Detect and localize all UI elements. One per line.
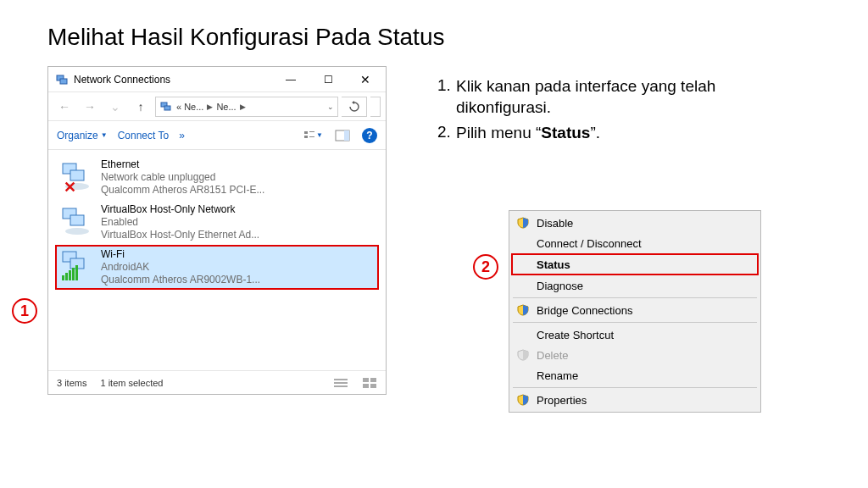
svg-rect-22: [72, 268, 75, 280]
shield-icon: [516, 216, 530, 230]
blank-icon: [516, 328, 530, 341]
forward-button[interactable]: →: [79, 96, 101, 118]
organize-button[interactable]: Organize ▼: [57, 130, 108, 141]
refresh-button[interactable]: [342, 97, 367, 117]
connect-to-label: Connect To: [118, 130, 170, 141]
step-number: 2.: [437, 123, 456, 144]
details-view-icon[interactable]: [333, 377, 348, 389]
menu-separator: [513, 387, 757, 388]
svg-rect-5: [304, 136, 308, 138]
menu-label: Properties: [537, 394, 750, 407]
step-text-before: Pilih menu “: [456, 124, 541, 141]
svg-rect-9: [344, 130, 349, 141]
connection-name: Wi-Fi: [101, 248, 260, 261]
menu-bridge-connections[interactable]: Bridge Connections: [511, 300, 759, 320]
connection-adapter: Qualcomm Atheros AR8151 PCI-E...: [101, 184, 264, 197]
menu-label: Bridge Connections: [537, 304, 750, 317]
menu-rename[interactable]: Rename: [511, 365, 759, 385]
shield-icon: [516, 348, 530, 362]
status-bar: 3 items 1 item selected: [48, 370, 386, 394]
callout-2: 2: [473, 254, 498, 280]
svg-rect-24: [334, 379, 348, 380]
menu-status[interactable]: Status: [511, 253, 759, 275]
connection-name: Ethernet: [101, 158, 264, 171]
maximize-button[interactable]: ☐: [309, 68, 347, 92]
menu-label: Rename: [537, 369, 750, 382]
chevron-down-icon: ▼: [101, 131, 108, 139]
chevron-down-icon[interactable]: ⌄: [327, 103, 334, 111]
svg-rect-25: [334, 382, 348, 384]
chevron-right-icon: ▶: [240, 103, 246, 111]
connection-name: VirtualBox Host-Only Network: [101, 203, 259, 216]
menu-label: Diagnose: [537, 280, 750, 292]
connection-adapter: VirtualBox Host-Only Ethernet Ad...: [101, 229, 259, 241]
blank-icon: [516, 279, 530, 292]
svg-rect-23: [75, 265, 78, 280]
large-icons-view-icon[interactable]: [362, 377, 377, 389]
up-button[interactable]: ↑: [130, 96, 152, 118]
address-bar[interactable]: « Ne... ▶ Ne... ▶ ⌄: [155, 97, 338, 117]
chevron-right-icon: ▶: [207, 103, 213, 111]
shield-icon: [516, 393, 530, 407]
menu-disable[interactable]: Disable: [511, 213, 759, 233]
menu-properties[interactable]: Properties: [511, 390, 759, 410]
svg-rect-19: [62, 275, 64, 280]
connection-item-wifi[interactable]: Wi-Fi AndroidAK Qualcomm Atheros AR9002W…: [55, 245, 379, 290]
menu-create-shortcut[interactable]: Create Shortcut: [511, 324, 759, 345]
minimize-button[interactable]: —: [272, 68, 309, 92]
chevron-down-icon: ▼: [316, 131, 323, 139]
connection-status: Enabled: [101, 216, 259, 229]
svg-rect-3: [164, 106, 170, 110]
shield-icon: [516, 303, 530, 317]
svg-point-16: [65, 228, 89, 235]
titlebar: Network Connections — ☐ ✕: [48, 67, 386, 92]
step-text-after: ”.: [590, 124, 600, 141]
preview-pane-button[interactable]: [333, 126, 352, 145]
svg-rect-26: [334, 385, 348, 387]
connection-adapter: Qualcomm Atheros AR9002WB-1...: [101, 274, 260, 286]
overflow-button[interactable]: »: [179, 130, 185, 141]
connection-status: Network cable unplugged: [101, 171, 264, 184]
vbox-icon: [58, 203, 94, 239]
svg-rect-28: [370, 378, 376, 382]
back-button[interactable]: ←: [53, 96, 75, 118]
menu-connect-disconnect[interactable]: Connect / Disconnect: [511, 233, 759, 253]
breadcrumb-item[interactable]: Ne...: [216, 102, 236, 112]
menu-diagnose[interactable]: Diagnose: [511, 275, 759, 296]
search-box[interactable]: [370, 97, 381, 117]
close-button[interactable]: ✕: [347, 68, 384, 92]
step-text-bold: Status: [541, 124, 590, 141]
network-icon: [159, 100, 173, 114]
callout-1: 1: [12, 298, 37, 324]
svg-rect-20: [65, 273, 68, 280]
svg-rect-30: [370, 384, 376, 388]
breadcrumb-item[interactable]: « Ne...: [176, 102, 203, 112]
step-text: Klik kanan pada interface yang telah dik…: [456, 77, 715, 116]
step-number: 1.: [437, 76, 456, 118]
blank-icon: [516, 258, 530, 271]
help-button[interactable]: ?: [362, 128, 377, 143]
blank-icon: [516, 369, 530, 382]
context-menu: Disable Connect / Disconnect Status Diag…: [509, 210, 761, 413]
recent-dropdown[interactable]: ⌄: [104, 96, 126, 118]
window-title: Network Connections: [74, 74, 272, 86]
menu-label: Status: [537, 258, 750, 271]
connection-list: ✕ Ethernet Network cable unplugged Qualc…: [48, 150, 386, 370]
svg-rect-1: [60, 79, 67, 84]
menu-label: Connect / Disconnect: [537, 237, 750, 250]
svg-rect-27: [363, 378, 369, 382]
svg-text:✕: ✕: [64, 179, 76, 194]
network-connections-window: Network Connections — ☐ ✕ ← → ⌄ ↑ « Ne..…: [47, 66, 387, 395]
item-count: 3 items: [57, 378, 86, 388]
organize-label: Organize: [57, 130, 98, 141]
connect-to-button[interactable]: Connect To: [118, 130, 170, 141]
menu-separator: [513, 297, 757, 298]
slide-title: Melihat Hasil Konfigurasi Pada Status: [0, 0, 868, 51]
connection-item-vbox[interactable]: VirtualBox Host-Only Network Enabled Vir…: [55, 200, 379, 245]
view-options-button[interactable]: ▼: [304, 126, 323, 145]
menu-delete: Delete: [511, 345, 759, 365]
connection-item-ethernet[interactable]: ✕ Ethernet Network cable unplugged Qualc…: [55, 155, 379, 200]
wifi-icon: [58, 248, 94, 284]
connection-status: AndroidAK: [101, 261, 260, 274]
svg-rect-15: [70, 215, 84, 225]
